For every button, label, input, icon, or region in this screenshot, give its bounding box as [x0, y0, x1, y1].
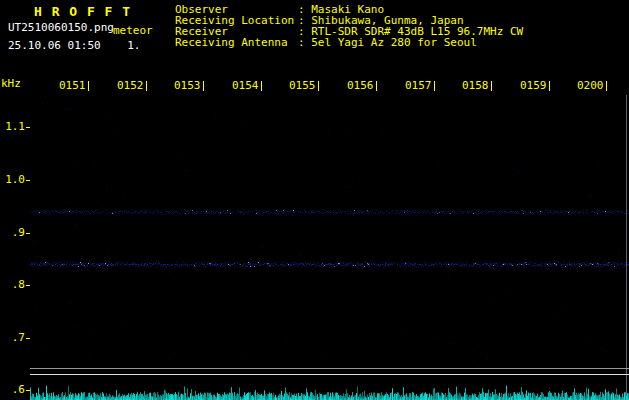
observation-info: Observer: Masaki KanoReceiving Location:…: [175, 4, 523, 48]
x-axis-tickmark: [88, 81, 89, 91]
app-title: H R O F F T: [34, 4, 131, 19]
x-axis-label: 0200: [577, 80, 604, 91]
x-axis-label: 0156: [347, 80, 374, 91]
mode-label: meteor: [113, 24, 153, 37]
x-axis-label: 0157: [405, 80, 432, 91]
x-axis-tickmark: [203, 81, 204, 91]
x-axis-label: 0153: [174, 80, 201, 91]
x-axis-tickmark: [146, 81, 147, 91]
info-value: 5el Yagi Az 280 for Seoul: [311, 36, 477, 49]
info-row: Receiving Antenna: 5el Yagi Az 280 for S…: [175, 37, 523, 48]
info-label: Receiving Antenna: [175, 37, 298, 48]
x-axis-tickmark: [434, 81, 435, 91]
y-axis-label: .7: [0, 332, 25, 343]
datetime-count: 25.10.06 01:50 1.: [8, 39, 140, 52]
spectrogram-canvas: [30, 95, 629, 400]
output-filename: UT2510060150.png: [8, 21, 114, 34]
x-axis-label: 0158: [462, 80, 489, 91]
x-axis-tickmark: [606, 81, 607, 91]
x-axis-label: 0152: [117, 80, 144, 91]
x-axis-tickmark: [549, 81, 550, 91]
x-axis-tickmark: [261, 81, 262, 91]
x-axis-label: 0151: [59, 80, 86, 91]
x-axis-tickmark: [318, 81, 319, 91]
y-axis-unit-label: kHz: [1, 77, 21, 90]
x-axis-tickmark: [491, 81, 492, 91]
x-axis-tickmark: [376, 81, 377, 91]
hrofft-screen: H R O F F T UT2510060150.png meteor 25.1…: [0, 0, 629, 400]
y-axis-label: 1.0: [0, 174, 25, 185]
y-axis-label: 1.1: [0, 121, 25, 132]
x-axis-label: 0154: [232, 80, 259, 91]
y-axis-label: .9: [0, 227, 25, 238]
info-colon: :: [298, 36, 311, 49]
y-axis-label: .8: [0, 279, 25, 290]
x-axis-label: 0155: [289, 80, 316, 91]
y-axis-label: .6: [0, 384, 25, 395]
x-axis-label: 0159: [520, 80, 547, 91]
